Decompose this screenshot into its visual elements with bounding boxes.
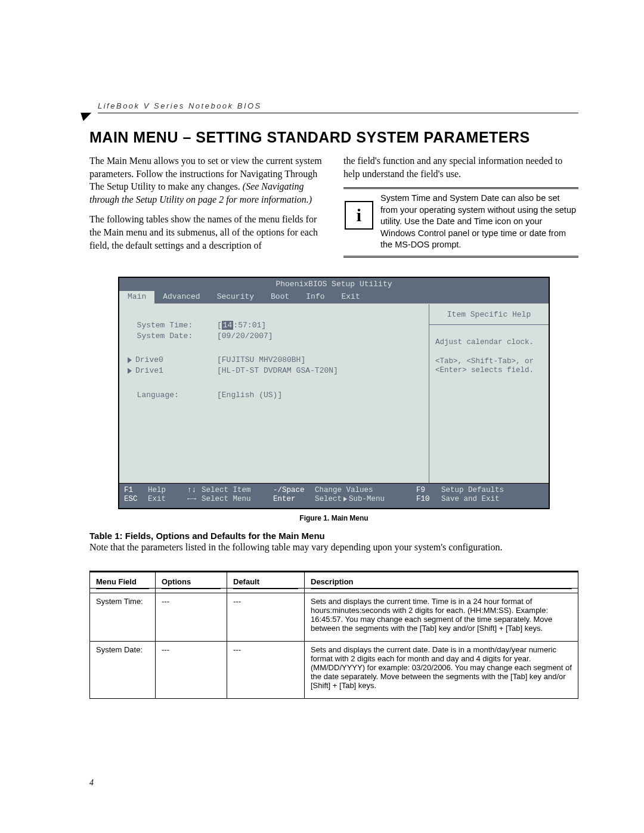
bios-footer: F1 Help ↑↓ Select Item -/Space Change Va… xyxy=(119,483,549,508)
table-row: System Date: --- --- Sets and displays t… xyxy=(90,641,578,698)
bios-key-select-menu: Select Menu xyxy=(202,495,273,504)
bios-key-save-exit: Save and Exit xyxy=(441,495,500,504)
info-text: System Time and System Date can also be … xyxy=(380,193,578,251)
bios-tab-security[interactable]: Security xyxy=(209,291,262,303)
bios-menubar: Main Advanced Security Boot Info Exit xyxy=(119,291,549,303)
bios-key-f10: F10 xyxy=(416,495,441,504)
bios-key-esc: ESC xyxy=(124,495,148,504)
bios-key-space: -/Space xyxy=(273,486,315,496)
bios-key-select-item: Select Item xyxy=(202,486,273,496)
cell-field: System Date: xyxy=(90,641,156,698)
cell-default: --- xyxy=(227,593,305,641)
bios-system-date-label: System Date: xyxy=(137,332,193,340)
bios-title: PhoenixBIOS Setup Utility xyxy=(119,278,549,291)
th-options: Options xyxy=(156,571,227,588)
page-title: MAIN MENU – SETTING STANDARD SYSTEM PARA… xyxy=(89,129,578,146)
bios-help-title: Item Specific Help xyxy=(429,304,549,325)
intro-para-3: the field's function and any special inf… xyxy=(343,154,578,180)
figure-caption: Figure 1. Main Menu xyxy=(89,514,578,522)
table-row: System Time: --- --- Sets and displays t… xyxy=(90,593,578,641)
info-callout: i System Time and System Date can also b… xyxy=(343,187,578,258)
cell-options: --- xyxy=(156,593,227,641)
bios-key-f9: F9 xyxy=(416,486,441,496)
bios-tab-exit[interactable]: Exit xyxy=(333,291,369,303)
bios-help-line-3: <Enter> selects field. xyxy=(435,366,543,376)
bios-key-f1: F1 xyxy=(124,486,148,496)
bios-key-arrows-ud: ↑↓ xyxy=(187,486,202,496)
triangle-right-icon xyxy=(343,497,347,501)
running-head: LifeBook V Series Notebook BIOS xyxy=(98,101,578,113)
bios-key-help-label: Help xyxy=(148,486,187,496)
bios-help-line-2: <Tab>, <Shift-Tab>, or xyxy=(435,357,543,367)
th-menu-field: Menu Field xyxy=(90,571,156,588)
table-note: Note that the parameters listed in the f… xyxy=(89,542,578,553)
bios-key-enter: Enter xyxy=(273,495,315,504)
th-description: Description xyxy=(305,571,578,588)
bios-system-time-value[interactable]: [14:57:01] xyxy=(217,321,266,330)
bios-key-submenu: SelectSub-Menu xyxy=(315,495,416,504)
bios-language-value[interactable]: [English (US)] xyxy=(217,391,282,400)
bios-system-time-label: System Time: xyxy=(137,321,193,330)
intro-columns: The Main Menu allows you to set or view … xyxy=(89,154,578,259)
bios-help-pane: Item Specific Help Adjust calendar clock… xyxy=(429,304,549,483)
bios-key-arrows-lr: ←→ xyxy=(187,495,202,504)
bios-drive0-value: [FUJITSU MHV2080BH] xyxy=(217,355,305,365)
bios-drive0-label[interactable]: Drive0 xyxy=(135,355,163,364)
bios-tab-info[interactable]: Info xyxy=(298,291,333,303)
page-number: 4 xyxy=(89,778,94,788)
section-marker xyxy=(78,113,92,121)
bios-screenshot: PhoenixBIOS Setup Utility Main Advanced … xyxy=(118,277,550,509)
bios-system-date-value[interactable]: [09/20/2007] xyxy=(217,332,273,341)
bios-help-line-1: Adjust calendar clock. xyxy=(435,338,543,348)
bios-drive1-value: [HL-DT-ST DVDRAM GSA-T20N] xyxy=(217,366,338,376)
info-icon: i xyxy=(345,201,373,230)
cell-field: System Time: xyxy=(90,593,156,641)
triangle-right-icon xyxy=(128,357,132,363)
table-title: Table 1: Fields, Options and Defaults fo… xyxy=(89,531,578,541)
intro-left-column: The Main Menu allows you to set or view … xyxy=(89,154,324,259)
bios-key-setup-defaults: Setup Defaults xyxy=(441,486,504,496)
cell-desc: Sets and displays the current time. Time… xyxy=(305,593,578,641)
triangle-right-icon xyxy=(128,368,132,374)
intro-para-2: The following tables show the names of t… xyxy=(89,213,324,252)
cell-options: --- xyxy=(156,641,227,698)
intro-right-column: the field's function and any special inf… xyxy=(343,154,578,259)
options-table: Menu Field Options Default Description S… xyxy=(89,571,578,699)
bios-drive1-label[interactable]: Drive1 xyxy=(135,366,163,375)
bios-key-change-values: Change Values xyxy=(315,486,416,496)
th-default: Default xyxy=(227,571,305,588)
table-header-row: Menu Field Options Default Description xyxy=(90,571,578,588)
bios-tab-boot[interactable]: Boot xyxy=(262,291,298,303)
bios-main-pane: System Time: [14:57:01] System Date: [09… xyxy=(119,304,429,483)
cell-desc: Sets and displays the current date. Date… xyxy=(305,641,578,698)
cell-default: --- xyxy=(227,641,305,698)
bios-key-exit-label: Exit xyxy=(148,495,187,504)
bios-tab-main[interactable]: Main xyxy=(119,291,154,303)
bios-tab-advanced[interactable]: Advanced xyxy=(154,291,208,303)
bios-language-label: Language: xyxy=(137,391,179,400)
